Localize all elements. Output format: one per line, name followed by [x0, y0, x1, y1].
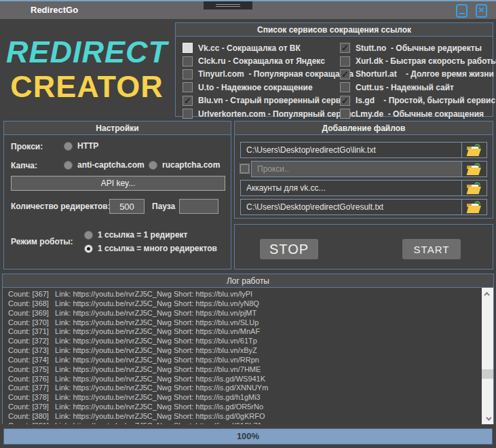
- mode-multi-radio-row[interactable]: 1 ссылка = много редиректов: [84, 244, 217, 253]
- rucaptcha-radio[interactable]: [149, 161, 157, 170]
- log-panel-title: Лог работы: [3, 274, 493, 288]
- result-file-input[interactable]: [240, 199, 462, 215]
- service-checkbox-item[interactable]: Lmy.de - Обычные сокращения: [340, 107, 496, 120]
- accounts-file-input[interactable]: [240, 180, 462, 196]
- service-checkbox-item[interactable]: Cutt.us - Надежный сайт: [340, 81, 496, 94]
- proxy-file-input[interactable]: [251, 161, 462, 177]
- redirect-count-input[interactable]: [109, 199, 145, 214]
- logo-line-redirect: REDIRECT: [0, 35, 174, 69]
- service-checkbox-item[interactable]: Stutt.no - Обычные редиректы: [340, 41, 496, 54]
- service-label: Vk.cc - Сокращалка от ВК: [198, 43, 301, 53]
- service-checkbox-item[interactable]: Blu.vn - Старый проверенный сервис: [183, 94, 340, 107]
- proxy-file-row: [240, 161, 487, 177]
- service-label: Blu.vn - Старый проверенный сервис: [198, 96, 350, 105]
- service-checkbox[interactable]: [340, 56, 350, 67]
- rucaptcha-radio-row[interactable]: rucaptcha.com: [149, 160, 220, 170]
- close-button[interactable]: ✕: [476, 4, 487, 18]
- service-checkbox[interactable]: [183, 96, 193, 106]
- log-entry: Count: [370] Link: https://youtu.be/rvrZ…: [8, 318, 477, 328]
- log-entry: Count: [373] Link: https://youtu.be/rvrZ…: [8, 346, 477, 356]
- log-scrollbar[interactable]: [482, 288, 493, 424]
- result-file-browse-button[interactable]: [461, 199, 487, 215]
- log-list[interactable]: Count: [367] Link: https://youtu.be/rvrZ…: [3, 288, 493, 424]
- api-key-button[interactable]: API key...: [11, 176, 225, 191]
- drag-handle[interactable]: [204, 1, 252, 10]
- link-file-input[interactable]: [240, 142, 462, 158]
- proxy-file-browse-button[interactable]: [461, 161, 487, 177]
- pause-input[interactable]: [179, 199, 218, 214]
- accounts-file-row: [240, 180, 487, 196]
- service-checkbox-item[interactable]: Urlverkorten.com - Популярный сервис: [183, 107, 340, 120]
- service-checkbox-item[interactable]: Is.gd - Простой, быстрый сервис: [340, 94, 496, 107]
- mode-single-radio[interactable]: [84, 231, 93, 240]
- service-checkbox[interactable]: [183, 69, 193, 79]
- mode-multi-label: 1 ссылка = много редиректов: [98, 244, 217, 253]
- service-checkbox[interactable]: [340, 69, 350, 79]
- service-checkbox[interactable]: [340, 82, 350, 92]
- service-label: Shorturl.at - Долгое время жизни: [356, 69, 494, 79]
- log-rows: Count: [367] Link: https://youtu.be/rvrZ…: [3, 288, 493, 424]
- progress-value: 100%: [237, 431, 259, 441]
- progress-bar: 100%: [3, 428, 493, 445]
- scroll-up-button[interactable]: [482, 288, 493, 299]
- anticaptcha-radio[interactable]: [64, 161, 73, 170]
- log-entry: Count: [379] Link: https://youtu.be/rvrZ…: [8, 403, 477, 412]
- captcha-label: Капча:: [11, 161, 37, 170]
- minimize-button[interactable]: [456, 4, 468, 18]
- service-checkbox-item[interactable]: U.to - Надежное сокращение: [183, 81, 340, 94]
- log-entry: Count: [372] Link: https://youtu.be/rvrZ…: [8, 337, 477, 346]
- mode-single-radio-row[interactable]: 1 ссылка = 1 редирект: [84, 230, 187, 240]
- log-entry: Count: [381] Link: https://youtu.be/rvrZ…: [8, 422, 477, 424]
- logo-line-creator: CREATOR: [0, 69, 174, 105]
- services-column-right: Stutt.no - Обычные редиректы Xurl.dk - Б…: [340, 41, 496, 120]
- mode-single-label: 1 ссылка = 1 редирект: [98, 230, 187, 240]
- accounts-file-browse-button[interactable]: [461, 180, 487, 196]
- log-entry: Count: [380] Link: https://youtu.be/rvrZ…: [8, 412, 477, 422]
- result-file-row: [240, 199, 487, 215]
- service-checkbox[interactable]: [183, 109, 193, 119]
- service-checkbox-item[interactable]: Shorturl.at - Долгое время жизни: [340, 68, 496, 81]
- window-title: RedirectGo: [31, 5, 78, 15]
- proxy-http-radio[interactable]: [64, 142, 73, 151]
- anticaptcha-label: anti-captcha.com: [77, 160, 145, 170]
- start-button[interactable]: START: [402, 239, 461, 259]
- minimize-icon: [459, 13, 465, 14]
- scroll-down-button[interactable]: [482, 413, 493, 424]
- drag-handle-line: [216, 6, 240, 7]
- service-checkbox-item[interactable]: Xurl.dk - Быстрая скорость работы: [340, 54, 496, 67]
- open-folder-icon: [466, 162, 482, 176]
- log-entry: Count: [378] Link: https://youtu.be/rvrZ…: [8, 393, 477, 403]
- scrollbar-thumb[interactable]: [482, 369, 493, 379]
- mode-multi-radio[interactable]: [84, 244, 93, 253]
- drag-handle-line: [216, 4, 240, 5]
- service-checkbox[interactable]: [183, 56, 193, 67]
- proxy-file-checkbox[interactable]: [240, 164, 249, 173]
- log-entry: Count: [377] Link: https://youtu.be/rvrZ…: [8, 384, 477, 393]
- services-panel: Список сервисов сокращения ссылок Vk.cc …: [175, 22, 493, 117]
- open-folder-icon: [466, 143, 482, 157]
- service-checkbox[interactable]: [183, 82, 193, 92]
- services-column-left: Vk.cc - Сокращалка от ВК Clck.ru - Сокра…: [183, 41, 340, 120]
- proxy-http-radio-row[interactable]: HTTP: [64, 141, 98, 151]
- anticaptcha-radio-row[interactable]: anti-captcha.com: [64, 160, 145, 170]
- proxy-http-label: HTTP: [77, 141, 98, 151]
- service-checkbox[interactable]: [340, 96, 350, 106]
- log-entry: Count: [368] Link: https://youtu.be/rvrZ…: [8, 299, 477, 309]
- service-checkbox[interactable]: [340, 109, 350, 119]
- redirect-count-label: Количество редиректов:: [11, 202, 111, 211]
- service-label: Lmy.de - Обычные сокращения: [356, 109, 484, 119]
- proxy-label: Прокси:: [11, 142, 43, 151]
- close-icon: ✕: [478, 5, 484, 15]
- service-checkbox-item[interactable]: Clck.ru - Сокращалка от Яндекс: [183, 54, 340, 67]
- stop-button[interactable]: STOP: [260, 239, 318, 259]
- service-checkbox[interactable]: [183, 43, 193, 53]
- service-label: U.to - Надежное сокращение: [198, 83, 313, 92]
- service-checkbox-item[interactable]: Vk.cc - Сокращалка от ВК: [183, 41, 340, 54]
- log-entry: Count: [374] Link: https://youtu.be/rvrZ…: [8, 356, 477, 365]
- rucaptcha-label: rucaptcha.com: [162, 160, 220, 170]
- service-checkbox-item[interactable]: Tinyurl.com - Популярная сокращалка: [183, 68, 340, 81]
- service-checkbox[interactable]: [340, 43, 350, 53]
- open-folder-icon: [466, 200, 482, 214]
- link-file-browse-button[interactable]: [461, 142, 487, 158]
- log-entry: Count: [367] Link: https://youtu.be/rvrZ…: [8, 290, 477, 299]
